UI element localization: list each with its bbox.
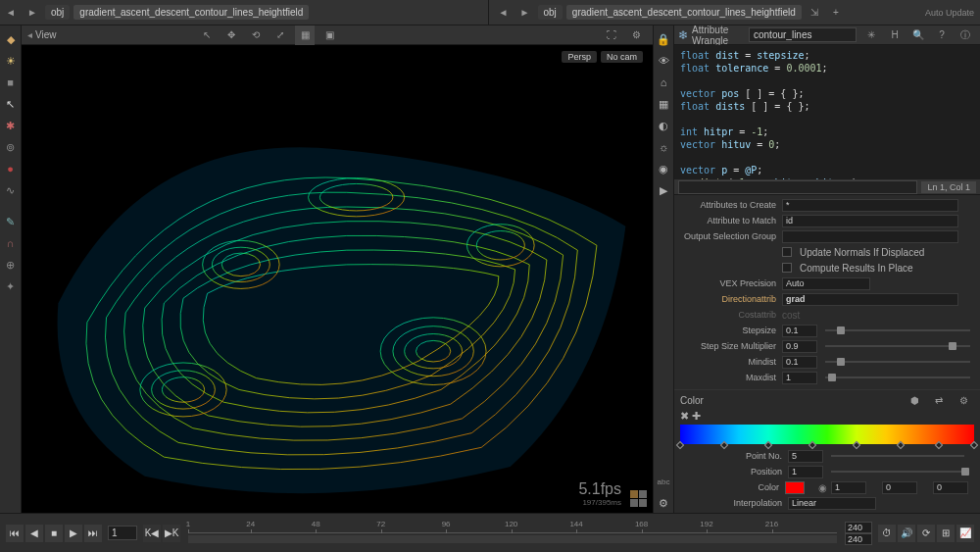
stop-button[interactable]: ■ [45, 525, 63, 542]
tool-constraint-icon[interactable]: ⊚ [2, 138, 20, 156]
point-no-input[interactable] [788, 450, 823, 463]
ramp-reverse-icon[interactable]: ⇄ [929, 390, 949, 410]
light-icon[interactable]: ☼ [655, 138, 672, 156]
attr-match-input[interactable] [782, 215, 958, 227]
tool-select-icon[interactable]: ↖ [2, 95, 20, 113]
tool-curve-icon[interactable]: ∿ [2, 181, 20, 199]
color-r-input[interactable] [831, 481, 866, 494]
tool-sphere-icon[interactable]: ● [2, 160, 20, 177]
nav-fwd-icon[interactable]: ► [23, 3, 42, 23]
stepsize-slider[interactable] [825, 329, 970, 331]
pin-icon[interactable]: ⇲ [805, 3, 824, 23]
update-normals-checkbox[interactable] [782, 247, 792, 257]
display-opt-icon[interactable] [630, 499, 638, 507]
tool-geo-icon[interactable]: ◆ [2, 30, 20, 48]
color-g-input[interactable] [882, 481, 917, 494]
attrs-create-input[interactable] [782, 199, 958, 212]
cursor-tool-icon[interactable]: ↖ [197, 25, 217, 45]
path-segment-obj[interactable]: obj [538, 5, 563, 20]
tool-magnet-icon[interactable]: ∩ [2, 234, 20, 252]
eye-icon[interactable]: 👁 [655, 52, 672, 70]
mindist-slider[interactable] [825, 361, 970, 363]
display-opt-icon[interactable] [639, 490, 647, 498]
text-abc-icon[interactable]: abc [655, 473, 672, 490]
rotate-tool-icon[interactable]: ⟲ [246, 25, 266, 45]
directionattrib-input[interactable] [782, 293, 958, 306]
tool-light-icon[interactable]: ☀ [2, 52, 20, 70]
gear-icon[interactable]: ⚙ [626, 25, 646, 45]
loop-toggle[interactable]: ⟳ [917, 525, 935, 542]
tool-camera-icon[interactable]: ■ [2, 74, 20, 91]
last-frame-button[interactable]: ⏭ [84, 525, 102, 542]
audio-toggle[interactable]: 🔊 [898, 525, 915, 542]
wireframe-icon[interactable]: ▦ [655, 95, 672, 113]
path-segment-obj[interactable]: obj [45, 5, 70, 20]
compute-inplace-checkbox[interactable] [782, 263, 792, 273]
interpolation-select[interactable] [788, 497, 876, 510]
grid-icon[interactable]: ▦ [295, 25, 315, 45]
realtime-toggle[interactable]: ⏱ [878, 525, 896, 542]
flag-icon[interactable]: H [885, 25, 905, 45]
range-end-input[interactable] [845, 522, 872, 533]
prev-frame-button[interactable]: ◀ [25, 525, 43, 542]
display-opt-icon[interactable] [630, 490, 638, 498]
display-icon[interactable]: ▣ [319, 25, 339, 45]
color-swatch[interactable] [785, 481, 805, 494]
anim-editor-icon[interactable]: 📈 [956, 525, 974, 542]
tool-character-icon[interactable]: ✱ [2, 117, 20, 134]
auto-update-label[interactable]: Auto Update [925, 8, 974, 18]
ramp-add-icon[interactable]: ✚ [692, 410, 701, 423]
ramp-gear-icon[interactable]: ⚙ [954, 390, 973, 410]
color-b-input[interactable] [933, 481, 968, 494]
viewport-3d[interactable]: Persp No cam [22, 45, 653, 513]
search-icon[interactable]: 🔍 [908, 25, 928, 45]
gear-icon[interactable]: ✳ [861, 25, 881, 45]
keyframe-prev-button[interactable]: K◀ [143, 525, 161, 542]
settings-icon[interactable]: ⚙ [655, 494, 672, 512]
tool-brush-icon[interactable]: ✦ [2, 277, 20, 295]
material-icon[interactable]: ◉ [655, 160, 672, 177]
maximize-icon[interactable]: ⛶ [602, 25, 621, 45]
vex-code-editor[interactable]: float dist = stepsize; float tolerance =… [674, 45, 980, 180]
path-segment-node[interactable]: gradient_ascent_descent_contour_lines_he… [74, 5, 309, 20]
stepsize-input[interactable] [782, 325, 817, 337]
tool-snap-icon[interactable]: ⊕ [2, 256, 20, 274]
shade-icon[interactable]: ◐ [655, 117, 672, 134]
position-slider[interactable] [831, 471, 964, 473]
lock-icon[interactable]: 🔒 [655, 30, 672, 48]
path-segment-node[interactable]: gradient_ascent_descent_contour_lines_he… [566, 5, 802, 20]
maxdist-input[interactable] [782, 372, 817, 384]
display-opt-icon[interactable] [639, 499, 647, 507]
nav-back-icon[interactable]: ◄ [1, 3, 21, 23]
info-icon[interactable]: ⓘ [956, 25, 975, 45]
color-ramp[interactable] [680, 425, 974, 444]
timeline-track[interactable]: 124487296120144168192216 [188, 522, 837, 545]
home-icon[interactable]: ⌂ [655, 74, 672, 91]
vex-precision-select[interactable] [782, 277, 870, 290]
stepmult-slider[interactable] [825, 345, 970, 347]
help-icon[interactable]: ? [932, 25, 952, 45]
scale-tool-icon[interactable]: ⤢ [270, 25, 290, 45]
color-picker-icon[interactable]: ◉ [818, 482, 827, 493]
position-input[interactable] [788, 466, 823, 478]
keyframe-next-button[interactable]: ▶K [163, 525, 180, 542]
render-icon[interactable]: ▶ [655, 181, 672, 199]
nav-fwd-icon[interactable]: ► [515, 3, 535, 23]
play-button[interactable]: ▶ [65, 525, 82, 542]
node-name-input[interactable] [749, 27, 857, 42]
code-search-input[interactable] [678, 180, 917, 194]
stepmult-input[interactable] [782, 340, 817, 353]
move-tool-icon[interactable]: ✥ [221, 25, 241, 45]
range-global-end-input[interactable] [845, 533, 872, 545]
maxdist-slider[interactable] [825, 376, 970, 378]
tool-edit-icon[interactable]: ✎ [2, 213, 20, 230]
ramp-delete-icon[interactable]: ✖ [680, 410, 689, 423]
current-frame-input[interactable] [108, 526, 137, 540]
mindist-input[interactable] [782, 356, 817, 369]
first-frame-button[interactable]: ⏮ [6, 525, 24, 542]
output-group-input[interactable] [782, 230, 958, 243]
plus-icon[interactable]: + [826, 3, 846, 23]
scope-icon[interactable]: ⊞ [937, 525, 955, 542]
ramp-preset-icon[interactable]: ⬢ [905, 390, 924, 410]
nav-back-icon[interactable]: ◄ [494, 3, 514, 23]
